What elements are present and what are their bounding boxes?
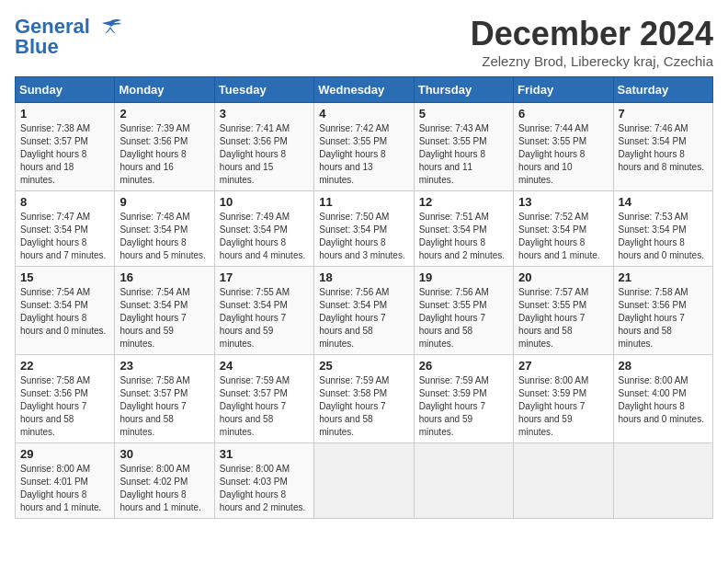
day-info: Sunrise: 8:00 AM Sunset: 4:02 PM Dayligh…: [119, 463, 209, 514]
logo-blue: Blue: [15, 35, 59, 59]
day-info: Sunrise: 7:51 AM Sunset: 3:54 PM Dayligh…: [419, 211, 508, 262]
day-info: Sunrise: 7:58 AM Sunset: 3:57 PM Dayligh…: [119, 374, 209, 439]
day-info: Sunrise: 7:58 AM Sunset: 3:56 PM Dayligh…: [619, 286, 708, 350]
day-info: Sunrise: 8:00 AM Sunset: 4:03 PM Dayligh…: [220, 463, 309, 514]
calendar-week-row: 29 Sunrise: 8:00 AM Sunset: 4:01 PM Dayl…: [16, 443, 713, 519]
calendar-table: Sunday Monday Tuesday Wednesday Thursday…: [15, 76, 713, 519]
table-row: 6 Sunrise: 7:44 AM Sunset: 3:55 PM Dayli…: [514, 103, 613, 191]
table-row: 13 Sunrise: 7:52 AM Sunset: 3:54 PM Dayl…: [514, 191, 613, 267]
table-row: 21 Sunrise: 7:58 AM Sunset: 3:56 PM Dayl…: [613, 267, 712, 355]
calendar-week-row: 8 Sunrise: 7:47 AM Sunset: 3:54 PM Dayli…: [16, 191, 713, 267]
table-row: 7 Sunrise: 7:46 AM Sunset: 3:54 PM Dayli…: [613, 103, 712, 191]
day-info: Sunrise: 7:48 AM Sunset: 3:54 PM Dayligh…: [119, 211, 209, 262]
table-row: 4 Sunrise: 7:42 AM Sunset: 3:55 PM Dayli…: [314, 103, 414, 191]
day-number: 27: [518, 359, 608, 373]
day-info: Sunrise: 7:50 AM Sunset: 3:54 PM Dayligh…: [319, 211, 408, 262]
day-number: 20: [518, 270, 608, 284]
day-info: Sunrise: 7:44 AM Sunset: 3:55 PM Dayligh…: [518, 122, 608, 187]
day-info: Sunrise: 7:56 AM Sunset: 3:55 PM Dayligh…: [419, 286, 508, 350]
day-info: Sunrise: 8:00 AM Sunset: 4:01 PM Dayligh…: [20, 463, 109, 514]
day-number: 5: [419, 107, 508, 121]
day-number: 13: [518, 195, 608, 209]
day-number: 4: [319, 107, 408, 121]
day-number: 9: [119, 195, 209, 209]
day-info: Sunrise: 7:49 AM Sunset: 3:54 PM Dayligh…: [220, 211, 309, 262]
table-row: 26 Sunrise: 7:59 AM Sunset: 3:59 PM Dayl…: [414, 355, 513, 443]
location-title: Zelezny Brod, Liberecky kraj, Czechia: [471, 53, 713, 69]
table-row: 20 Sunrise: 7:57 AM Sunset: 3:55 PM Dayl…: [514, 267, 613, 355]
col-saturday: Saturday: [613, 77, 712, 103]
table-row: 3 Sunrise: 7:41 AM Sunset: 3:56 PM Dayli…: [214, 103, 313, 191]
day-number: 16: [119, 270, 209, 284]
day-info: Sunrise: 7:55 AM Sunset: 3:54 PM Dayligh…: [220, 286, 309, 350]
day-number: 14: [619, 195, 708, 209]
table-row: 12 Sunrise: 7:51 AM Sunset: 3:54 PM Dayl…: [414, 191, 513, 267]
table-row: 22 Sunrise: 7:58 AM Sunset: 3:56 PM Dayl…: [16, 355, 115, 443]
day-number: 25: [319, 359, 408, 373]
day-number: 30: [119, 447, 209, 461]
day-number: 28: [619, 359, 708, 373]
day-number: 7: [619, 107, 708, 121]
table-row: 8 Sunrise: 7:47 AM Sunset: 3:54 PM Dayli…: [16, 191, 115, 267]
table-row: 11 Sunrise: 7:50 AM Sunset: 3:54 PM Dayl…: [314, 191, 414, 267]
table-row: 9 Sunrise: 7:48 AM Sunset: 3:54 PM Dayli…: [115, 191, 214, 267]
day-info: Sunrise: 7:42 AM Sunset: 3:55 PM Dayligh…: [319, 122, 408, 187]
title-block: December 2024 Zelezny Brod, Liberecky kr…: [471, 15, 713, 69]
day-number: 11: [319, 195, 408, 209]
table-row: 28 Sunrise: 8:00 AM Sunset: 4:00 PM Dayl…: [613, 355, 712, 443]
table-row: 17 Sunrise: 7:55 AM Sunset: 3:54 PM Dayl…: [214, 267, 313, 355]
day-info: Sunrise: 7:59 AM Sunset: 3:59 PM Dayligh…: [419, 374, 508, 439]
day-number: 23: [119, 359, 209, 373]
col-thursday: Thursday: [414, 77, 513, 103]
table-row: 23 Sunrise: 7:58 AM Sunset: 3:57 PM Dayl…: [115, 355, 214, 443]
table-row: 29 Sunrise: 8:00 AM Sunset: 4:01 PM Dayl…: [16, 443, 115, 519]
col-tuesday: Tuesday: [214, 77, 313, 103]
table-row: 27 Sunrise: 8:00 AM Sunset: 3:59 PM Dayl…: [514, 355, 613, 443]
day-number: 2: [119, 107, 209, 121]
table-row: 5 Sunrise: 7:43 AM Sunset: 3:55 PM Dayli…: [414, 103, 513, 191]
table-row: 16 Sunrise: 7:54 AM Sunset: 3:54 PM Dayl…: [115, 267, 214, 355]
day-number: 26: [419, 359, 508, 373]
page-header: General Blue December 2024 Zelezny Brod,…: [15, 15, 713, 69]
table-row: 30 Sunrise: 8:00 AM Sunset: 4:02 PM Dayl…: [115, 443, 214, 519]
table-row: [414, 443, 513, 519]
table-row: 18 Sunrise: 7:56 AM Sunset: 3:54 PM Dayl…: [314, 267, 414, 355]
calendar-week-row: 15 Sunrise: 7:54 AM Sunset: 3:54 PM Dayl…: [16, 267, 713, 355]
calendar-week-row: 22 Sunrise: 7:58 AM Sunset: 3:56 PM Dayl…: [16, 355, 713, 443]
col-monday: Monday: [115, 77, 214, 103]
table-row: 24 Sunrise: 7:59 AM Sunset: 3:57 PM Dayl…: [214, 355, 313, 443]
day-info: Sunrise: 8:00 AM Sunset: 3:59 PM Dayligh…: [518, 374, 608, 439]
col-sunday: Sunday: [16, 77, 115, 103]
day-info: Sunrise: 7:54 AM Sunset: 3:54 PM Dayligh…: [20, 286, 109, 338]
day-info: Sunrise: 7:41 AM Sunset: 3:56 PM Dayligh…: [220, 122, 309, 187]
day-number: 24: [220, 359, 309, 373]
table-row: [514, 443, 613, 519]
day-info: Sunrise: 7:47 AM Sunset: 3:54 PM Dayligh…: [20, 211, 109, 262]
calendar-header-row: Sunday Monday Tuesday Wednesday Thursday…: [16, 77, 713, 103]
day-info: Sunrise: 7:58 AM Sunset: 3:56 PM Dayligh…: [20, 374, 109, 439]
day-info: Sunrise: 7:39 AM Sunset: 3:56 PM Dayligh…: [119, 122, 209, 187]
day-number: 31: [220, 447, 309, 461]
table-row: 2 Sunrise: 7:39 AM Sunset: 3:56 PM Dayli…: [115, 103, 214, 191]
day-number: 15: [20, 270, 109, 284]
day-info: Sunrise: 7:46 AM Sunset: 3:54 PM Dayligh…: [619, 122, 708, 174]
month-title: December 2024: [471, 15, 713, 53]
table-row: [613, 443, 712, 519]
day-info: Sunrise: 7:54 AM Sunset: 3:54 PM Dayligh…: [119, 286, 209, 350]
day-number: 29: [20, 447, 109, 461]
table-row: [314, 443, 414, 519]
day-info: Sunrise: 8:00 AM Sunset: 4:00 PM Dayligh…: [619, 374, 708, 426]
day-number: 17: [220, 270, 309, 284]
table-row: 31 Sunrise: 8:00 AM Sunset: 4:03 PM Dayl…: [214, 443, 313, 519]
day-number: 10: [220, 195, 309, 209]
col-friday: Friday: [514, 77, 613, 103]
logo-bird-icon: [97, 17, 123, 38]
day-number: 1: [20, 107, 109, 121]
calendar-week-row: 1 Sunrise: 7:38 AM Sunset: 3:57 PM Dayli…: [16, 103, 713, 191]
col-wednesday: Wednesday: [314, 77, 414, 103]
table-row: 1 Sunrise: 7:38 AM Sunset: 3:57 PM Dayli…: [16, 103, 115, 191]
day-info: Sunrise: 7:38 AM Sunset: 3:57 PM Dayligh…: [20, 122, 109, 187]
day-number: 3: [220, 107, 309, 121]
day-number: 18: [319, 270, 408, 284]
table-row: 19 Sunrise: 7:56 AM Sunset: 3:55 PM Dayl…: [414, 267, 513, 355]
